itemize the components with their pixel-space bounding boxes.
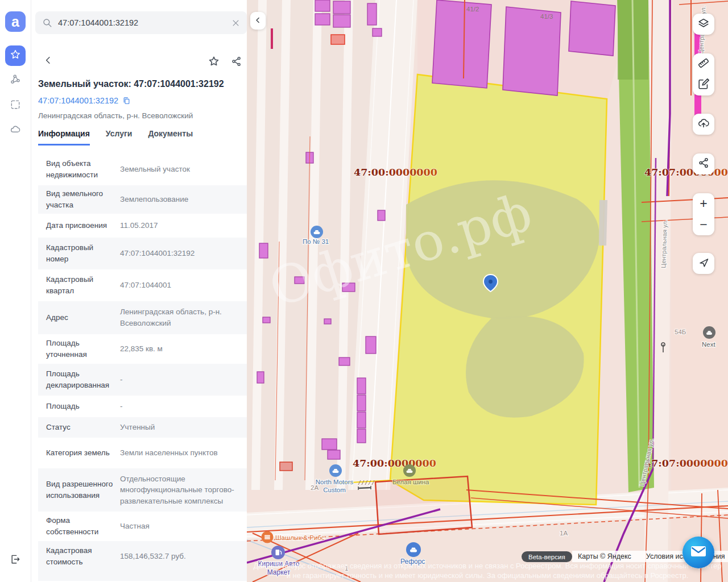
row-value: Отдельностоящие многофункциональные торг… [113,473,247,507]
cloud-upload-icon [697,117,710,132]
info-table: Вид объекта недвижимостиЗемельный участо… [38,153,247,581]
building-label: 41/2 [466,6,479,13]
map-viewport[interactable]: Офито.рф 47:00:0000000 47:00:0000000 47:… [247,0,728,582]
search-input[interactable] [58,18,231,27]
sidebar-item-cloud[interactable] [5,120,26,141]
row-value: Ленинградская область, р-н. Всеволожский [113,306,247,329]
cadastral-number-row: 47:07:1044001:32192 [38,96,131,105]
row-value: 47:07:1044001 [113,280,247,291]
disclaimer-line-2: и не гарантирует точность и не имеет юри… [247,571,728,580]
icon-rail: a [0,0,31,582]
chevron-left-icon [254,16,262,26]
quarter-label: 47:00:0000000 [354,167,437,178]
row-value: 22,835 кв. м [113,343,247,355]
logout-icon [10,554,21,567]
table-row: Категория земельЗемли населенных пунктов [38,438,247,468]
upload-button[interactable] [693,114,714,135]
detail-tabs: Информация Услуги Документы [38,129,193,146]
cadastral-map-app: a [0,0,728,582]
edit-button[interactable] [693,74,714,95]
table-row: СтатусУчтенный [38,417,247,438]
tab-services[interactable]: Услуги [106,129,133,146]
ruler-icon [697,57,710,72]
tab-documents[interactable]: Документы [148,129,193,146]
share-icon [231,56,242,67]
star-outline-icon [208,55,220,68]
search-bar [35,11,247,34]
quarter-label: 47:07:0000000 [644,167,728,178]
zoom-out-button[interactable]: − [693,214,714,235]
zoom-in-button[interactable]: + [693,193,714,214]
ruler-button[interactable] [693,53,714,74]
rail-divider [31,0,31,582]
sidebar-item-exit[interactable] [5,550,26,571]
row-label: Площадь уточненная [38,338,113,361]
row-label: Кадастровая стоимость [38,545,113,568]
sidebar-item-favorites[interactable] [5,45,26,66]
row-label: Площадь декларированная [38,368,113,392]
row-label: Статус [38,422,113,433]
row-value: Учтенный [113,422,247,433]
row-label: Площадь [38,401,113,412]
layers-button[interactable] [693,14,714,35]
map-canvas: Офито.рф 47:00:0000000 47:00:0000000 47:… [247,0,728,582]
row-value: 158,146,532.7 руб. [113,551,247,562]
sidebar-item-objects[interactable] [5,70,26,91]
navigate-arrow-icon [698,256,710,271]
row-value: Земельный участок [113,164,247,175]
measure-tools-group [693,53,714,95]
star-icon [10,49,21,63]
app-logo[interactable]: a [5,11,26,32]
row-value: Частная [113,521,247,532]
close-icon[interactable] [231,19,240,27]
tab-information[interactable]: Информация [38,129,90,146]
cadastral-number-link[interactable]: 47:07:1044001:32192 [38,96,118,105]
locate-button[interactable] [693,253,714,274]
beta-badge: Beta-версия [522,551,572,562]
share-icon [698,157,710,171]
plus-icon: + [700,197,707,210]
chat-button[interactable] [682,537,714,568]
parcel-detail-panel: Земельный участок: 47:07:1044001:32192 4… [31,0,247,582]
building-label: 41/3 [540,13,553,20]
copy-icon[interactable] [122,97,131,105]
table-row: Вид земельного участкаЗемлепользование [38,185,247,214]
poi-label: По № 31 [303,238,329,245]
nodes-icon [10,74,21,88]
table-row: Кадастровый номер47:07:1044001:32192 [38,238,247,269]
favorite-button[interactable] [206,54,221,69]
row-value: Землепользование [113,194,247,205]
row-label: Категория земель [38,447,113,459]
row-value: 47:07:1044001:32192 [113,248,247,259]
collapse-panel-button[interactable] [250,12,266,30]
search-icon [42,18,52,28]
table-row: Форма собственностиЧастная [38,512,247,541]
back-button[interactable] [40,53,56,69]
row-value: - [113,401,247,412]
chevron-left-icon [43,55,53,68]
disclaimer-line-1: Данный ресурс отображает сведения из отк… [247,562,728,570]
row-label: Адрес [38,312,113,323]
poi-label: Custom [323,487,346,493]
row-value: 11.05.2017 [113,220,247,231]
row-label: Форма собственности [38,515,113,538]
table-row: Вид объекта недвижимостиЗемельный участо… [38,153,247,185]
sidebar-item-selection[interactable] [5,95,26,116]
region-subtitle: Ленинградская область, р-н. Всеволожский [38,111,193,120]
row-label: Вид разрешенного использования [38,479,113,502]
row-value: - [113,374,247,385]
map-share-button[interactable] [693,153,714,174]
row-label: Вид объекта недвижимости [38,158,113,181]
layers-icon [697,17,710,32]
cloud-icon [10,124,21,138]
poi-label: North Motors [316,479,354,485]
table-row: Дата присвоения11.05.2017 [38,214,247,238]
house-number: 1А [560,530,568,537]
share-button[interactable] [229,54,244,69]
table-row: Площадь уточненная22,835 кв. м [38,334,247,364]
detail-header [31,52,247,70]
table-row: Вид разрешенного использованияОтдельност… [38,468,247,512]
quarter-label: 47:07:0000000 [644,458,728,469]
row-label: Дата присвоения [38,220,113,231]
page-title: Земельный участок: 47:07:1044001:32192 [38,79,243,89]
